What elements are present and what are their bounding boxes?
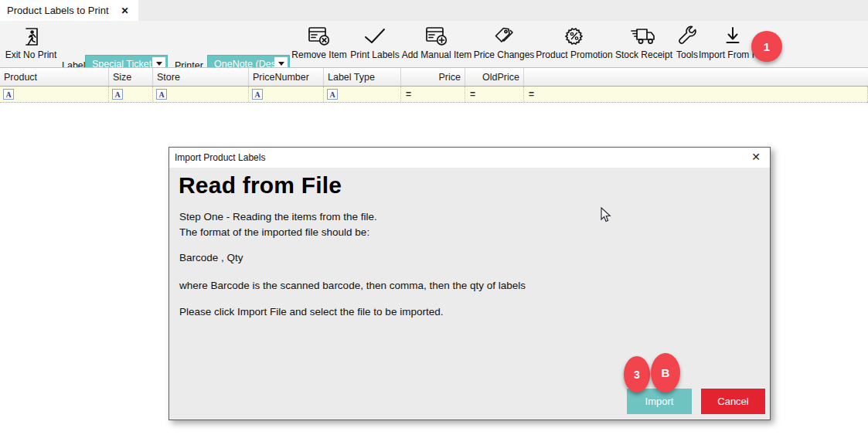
dialog-titlebar[interactable]: Import Product Labels bbox=[169, 148, 770, 168]
dialog-close-icon[interactable]: ✕ bbox=[751, 151, 761, 163]
checkmark-icon bbox=[363, 23, 387, 49]
tab-title: Product Labels to Print bbox=[7, 5, 109, 16]
text-filter-icon[interactable]: A bbox=[327, 89, 338, 100]
filter-labeltype[interactable]: A bbox=[324, 87, 401, 102]
add-manual-item-button[interactable]: Add Manual Item bbox=[402, 23, 471, 65]
tools-button[interactable]: Tools bbox=[673, 23, 701, 65]
mouse-cursor-icon bbox=[601, 207, 613, 227]
column-header-empty[interactable] bbox=[524, 68, 868, 86]
column-header-product[interactable]: Product bbox=[0, 68, 109, 86]
column-header-labeltype[interactable]: Label Type bbox=[324, 68, 401, 86]
dialog-heading: Read from File bbox=[179, 172, 342, 199]
filter-pricenumber[interactable]: A bbox=[249, 87, 324, 102]
annotation-badge-b: B bbox=[651, 353, 680, 392]
column-header-store[interactable]: Store bbox=[153, 68, 249, 86]
filter-empty[interactable]: = bbox=[524, 87, 868, 102]
column-header-pricenumber[interactable]: PriceNumber bbox=[249, 68, 324, 86]
remove-item-label: Remove Item bbox=[291, 49, 346, 60]
dialog-title: Import Product Labels bbox=[175, 152, 265, 163]
tools-label: Tools bbox=[676, 49, 698, 60]
tab-bar: Product Labels to Print ✕ bbox=[0, 0, 868, 21]
dialog-format-text: Barcode , Qty bbox=[179, 250, 243, 266]
column-header-size[interactable]: Size bbox=[109, 68, 153, 86]
import-product-labels-dialog: Import Product Labels ✕ Read from File S… bbox=[168, 147, 771, 420]
remove-item-icon bbox=[308, 23, 331, 49]
product-promotion-label: Product Promotion bbox=[536, 49, 612, 60]
dialog-instruction-text: Please click Import File and select the … bbox=[179, 304, 443, 320]
cancel-button[interactable]: Cancel bbox=[701, 389, 765, 414]
add-item-icon bbox=[425, 23, 448, 49]
download-arrow-icon bbox=[724, 23, 741, 49]
promotion-badge-icon bbox=[563, 23, 585, 49]
text-filter-icon[interactable]: A bbox=[3, 89, 14, 100]
column-header-oldprice[interactable]: OldPrice bbox=[465, 68, 524, 86]
filter-size[interactable]: A bbox=[109, 87, 153, 102]
equals-filter-icon[interactable]: = bbox=[470, 89, 475, 100]
remove-item-button[interactable]: Remove Item bbox=[291, 23, 347, 65]
text-filter-icon[interactable]: A bbox=[156, 89, 167, 100]
column-header-price[interactable]: Price bbox=[401, 68, 465, 86]
toolbar: Exit No Print Label Special Ticket.xml P… bbox=[0, 21, 868, 67]
chevron-down-icon bbox=[156, 62, 162, 66]
truck-icon bbox=[630, 23, 658, 49]
price-changes-button[interactable]: Price Changes bbox=[475, 23, 533, 65]
price-changes-label: Price Changes bbox=[474, 49, 535, 60]
filter-price[interactable]: = bbox=[401, 87, 465, 102]
print-labels-label: Print Labels bbox=[350, 49, 399, 60]
price-tags-icon bbox=[492, 23, 516, 49]
text-filter-icon[interactable]: A bbox=[112, 89, 123, 100]
dialog-step-text: Step One - Reading the items from the fi… bbox=[179, 209, 377, 240]
filter-oldprice[interactable]: = bbox=[465, 87, 524, 102]
stock-receipt-label: Stock Receipt bbox=[615, 49, 672, 60]
wrench-icon bbox=[676, 23, 698, 49]
exit-no-print-label: Exit No Print bbox=[5, 49, 57, 60]
stock-receipt-button[interactable]: Stock Receipt bbox=[616, 23, 672, 65]
exit-door-icon bbox=[21, 23, 41, 49]
annotation-badge-1: 1 bbox=[751, 31, 782, 62]
add-manual-item-label: Add Manual Item bbox=[402, 49, 472, 60]
app-window: Product Labels to Print ✕ Exit No Print … bbox=[0, 0, 868, 445]
tab-close-icon[interactable]: ✕ bbox=[121, 5, 129, 16]
text-filter-icon[interactable]: A bbox=[252, 89, 263, 100]
tab-product-labels[interactable]: Product Labels to Print ✕ bbox=[0, 0, 138, 21]
dialog-explain-text: where Barcode is the scanned barcode, th… bbox=[179, 278, 526, 294]
equals-filter-icon[interactable]: = bbox=[529, 89, 534, 100]
equals-filter-icon[interactable]: = bbox=[406, 89, 411, 100]
grid-column-headers: Product Size Store PriceNumber Label Typ… bbox=[0, 67, 868, 87]
annotation-badge-3: 3 bbox=[624, 356, 650, 392]
grid-filter-row: A A A A A = = = bbox=[0, 87, 868, 103]
filter-product[interactable]: A bbox=[0, 87, 109, 102]
exit-no-print-button[interactable]: Exit No Print bbox=[2, 23, 60, 65]
product-promotion-button[interactable]: Product Promotion bbox=[539, 23, 610, 65]
chevron-down-icon bbox=[278, 62, 284, 66]
print-labels-button[interactable]: Print Labels bbox=[349, 23, 401, 65]
filter-store[interactable]: A bbox=[153, 87, 249, 102]
